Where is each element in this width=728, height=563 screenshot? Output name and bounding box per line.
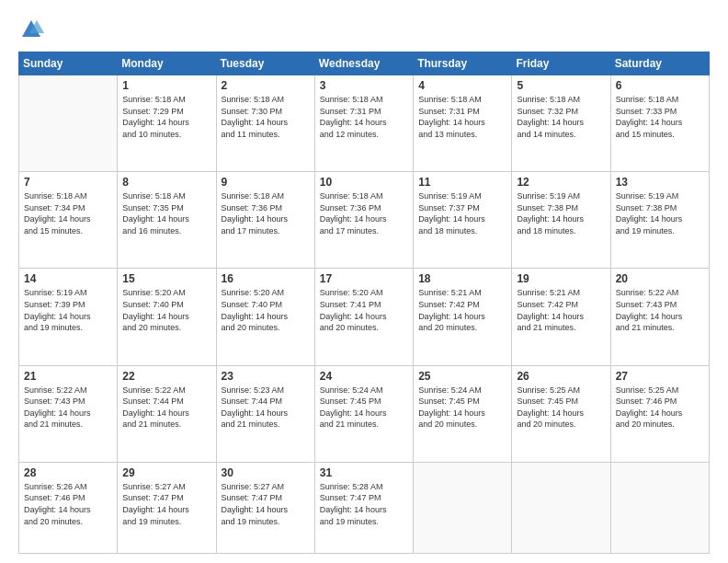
day-number: 16 [222, 272, 310, 285]
day-info: Sunrise: 5:22 AM Sunset: 7:43 PM Dayligh… [24, 385, 112, 431]
day-number: 20 [616, 272, 704, 285]
day-info: Sunrise: 5:24 AM Sunset: 7:45 PM Dayligh… [320, 385, 408, 431]
day-info: Sunrise: 5:25 AM Sunset: 7:46 PM Dayligh… [616, 385, 704, 431]
calendar-week-row: 21Sunrise: 5:22 AM Sunset: 7:43 PM Dayli… [19, 365, 710, 462]
calendar-cell: 29Sunrise: 5:27 AM Sunset: 7:47 PM Dayli… [118, 462, 216, 553]
day-info: Sunrise: 5:20 AM Sunset: 7:41 PM Dayligh… [320, 287, 408, 333]
day-info: Sunrise: 5:18 AM Sunset: 7:30 PM Dayligh… [222, 94, 310, 140]
day-info: Sunrise: 5:18 AM Sunset: 7:31 PM Dayligh… [418, 94, 506, 140]
day-info: Sunrise: 5:19 AM Sunset: 7:38 PM Dayligh… [517, 190, 605, 236]
calendar-header-row: SundayMondayTuesdayWednesdayThursdayFrid… [19, 52, 710, 75]
day-info: Sunrise: 5:27 AM Sunset: 7:47 PM Dayligh… [122, 481, 210, 527]
calendar-cell: 7Sunrise: 5:18 AM Sunset: 7:34 PM Daylig… [19, 172, 118, 269]
day-number: 18 [418, 272, 506, 285]
calendar-cell: 28Sunrise: 5:26 AM Sunset: 7:46 PM Dayli… [19, 462, 118, 553]
calendar-cell: 26Sunrise: 5:25 AM Sunset: 7:45 PM Dayli… [512, 365, 610, 462]
day-info: Sunrise: 5:26 AM Sunset: 7:46 PM Dayligh… [24, 481, 112, 527]
day-number: 29 [122, 466, 210, 479]
day-number: 17 [320, 272, 408, 285]
day-number: 25 [418, 370, 506, 383]
day-number: 23 [222, 370, 310, 383]
calendar-cell: 8Sunrise: 5:18 AM Sunset: 7:35 PM Daylig… [118, 172, 216, 269]
calendar-cell: 16Sunrise: 5:20 AM Sunset: 7:40 PM Dayli… [216, 269, 314, 365]
calendar-cell: 24Sunrise: 5:24 AM Sunset: 7:45 PM Dayli… [314, 365, 413, 462]
day-number: 24 [320, 370, 408, 383]
day-info: Sunrise: 5:18 AM Sunset: 7:29 PM Dayligh… [122, 94, 210, 140]
day-number: 31 [320, 466, 408, 479]
logo-icon [18, 17, 44, 42]
day-info: Sunrise: 5:20 AM Sunset: 7:40 PM Dayligh… [122, 287, 210, 333]
day-info: Sunrise: 5:24 AM Sunset: 7:45 PM Dayligh… [418, 385, 506, 431]
day-number: 11 [418, 176, 506, 189]
calendar-cell [610, 462, 709, 553]
calendar-cell: 20Sunrise: 5:22 AM Sunset: 7:43 PM Dayli… [610, 269, 709, 365]
day-number: 26 [517, 370, 605, 383]
day-number: 2 [222, 79, 310, 92]
weekday-header: Saturday [610, 52, 709, 75]
logo [18, 17, 48, 42]
day-number: 9 [222, 176, 310, 189]
calendar-week-row: 14Sunrise: 5:19 AM Sunset: 7:39 PM Dayli… [19, 269, 710, 365]
calendar-cell: 21Sunrise: 5:22 AM Sunset: 7:43 PM Dayli… [19, 365, 118, 462]
day-number: 5 [517, 79, 605, 92]
calendar-week-row: 28Sunrise: 5:26 AM Sunset: 7:46 PM Dayli… [19, 462, 710, 553]
day-info: Sunrise: 5:18 AM Sunset: 7:32 PM Dayligh… [517, 94, 605, 140]
day-number: 7 [24, 176, 112, 189]
day-info: Sunrise: 5:22 AM Sunset: 7:44 PM Dayligh… [122, 385, 210, 431]
calendar-table: SundayMondayTuesdayWednesdayThursdayFrid… [18, 52, 710, 554]
day-number: 27 [616, 370, 704, 383]
calendar-cell: 31Sunrise: 5:28 AM Sunset: 7:47 PM Dayli… [314, 462, 413, 553]
day-number: 4 [418, 79, 506, 92]
day-info: Sunrise: 5:18 AM Sunset: 7:33 PM Dayligh… [616, 94, 704, 140]
day-number: 22 [122, 370, 210, 383]
calendar-cell: 11Sunrise: 5:19 AM Sunset: 7:37 PM Dayli… [414, 172, 512, 269]
calendar-cell: 3Sunrise: 5:18 AM Sunset: 7:31 PM Daylig… [314, 75, 413, 172]
day-info: Sunrise: 5:18 AM Sunset: 7:31 PM Dayligh… [320, 94, 408, 140]
day-number: 12 [517, 176, 605, 189]
calendar-cell: 13Sunrise: 5:19 AM Sunset: 7:38 PM Dayli… [610, 172, 709, 269]
day-number: 13 [616, 176, 704, 189]
calendar-cell: 18Sunrise: 5:21 AM Sunset: 7:42 PM Dayli… [414, 269, 512, 365]
day-number: 15 [122, 272, 210, 285]
day-number: 3 [320, 79, 408, 92]
calendar-cell: 30Sunrise: 5:27 AM Sunset: 7:47 PM Dayli… [216, 462, 314, 553]
day-number: 28 [24, 466, 112, 479]
day-number: 19 [517, 272, 605, 285]
day-info: Sunrise: 5:18 AM Sunset: 7:35 PM Dayligh… [122, 190, 210, 236]
calendar-cell: 12Sunrise: 5:19 AM Sunset: 7:38 PM Dayli… [512, 172, 610, 269]
day-info: Sunrise: 5:19 AM Sunset: 7:37 PM Dayligh… [418, 190, 506, 236]
day-info: Sunrise: 5:18 AM Sunset: 7:36 PM Dayligh… [222, 190, 310, 236]
day-info: Sunrise: 5:18 AM Sunset: 7:34 PM Dayligh… [24, 190, 112, 236]
day-info: Sunrise: 5:21 AM Sunset: 7:42 PM Dayligh… [418, 287, 506, 333]
calendar-cell: 4Sunrise: 5:18 AM Sunset: 7:31 PM Daylig… [414, 75, 512, 172]
calendar-cell: 19Sunrise: 5:21 AM Sunset: 7:42 PM Dayli… [512, 269, 610, 365]
weekday-header: Sunday [19, 52, 118, 75]
weekday-header: Thursday [414, 52, 512, 75]
day-info: Sunrise: 5:22 AM Sunset: 7:43 PM Dayligh… [616, 287, 704, 333]
calendar-cell [414, 462, 512, 553]
calendar-cell: 2Sunrise: 5:18 AM Sunset: 7:30 PM Daylig… [216, 75, 314, 172]
header [18, 17, 710, 42]
calendar-cell [19, 75, 118, 172]
calendar-cell: 1Sunrise: 5:18 AM Sunset: 7:29 PM Daylig… [118, 75, 216, 172]
calendar-cell: 6Sunrise: 5:18 AM Sunset: 7:33 PM Daylig… [610, 75, 709, 172]
day-info: Sunrise: 5:20 AM Sunset: 7:40 PM Dayligh… [222, 287, 310, 333]
day-number: 14 [24, 272, 112, 285]
calendar-week-row: 1Sunrise: 5:18 AM Sunset: 7:29 PM Daylig… [19, 75, 710, 172]
day-number: 6 [616, 79, 704, 92]
day-info: Sunrise: 5:28 AM Sunset: 7:47 PM Dayligh… [320, 481, 408, 527]
day-number: 1 [122, 79, 210, 92]
calendar-cell: 5Sunrise: 5:18 AM Sunset: 7:32 PM Daylig… [512, 75, 610, 172]
calendar-cell: 14Sunrise: 5:19 AM Sunset: 7:39 PM Dayli… [19, 269, 118, 365]
day-info: Sunrise: 5:18 AM Sunset: 7:36 PM Dayligh… [320, 190, 408, 236]
weekday-header: Wednesday [314, 52, 413, 75]
day-number: 8 [122, 176, 210, 189]
day-info: Sunrise: 5:25 AM Sunset: 7:45 PM Dayligh… [517, 385, 605, 431]
day-number: 21 [24, 370, 112, 383]
day-info: Sunrise: 5:21 AM Sunset: 7:42 PM Dayligh… [517, 287, 605, 333]
calendar-cell: 17Sunrise: 5:20 AM Sunset: 7:41 PM Dayli… [314, 269, 413, 365]
calendar-cell: 9Sunrise: 5:18 AM Sunset: 7:36 PM Daylig… [216, 172, 314, 269]
day-number: 30 [222, 466, 310, 479]
day-info: Sunrise: 5:27 AM Sunset: 7:47 PM Dayligh… [222, 481, 310, 527]
calendar-cell: 27Sunrise: 5:25 AM Sunset: 7:46 PM Dayli… [610, 365, 709, 462]
